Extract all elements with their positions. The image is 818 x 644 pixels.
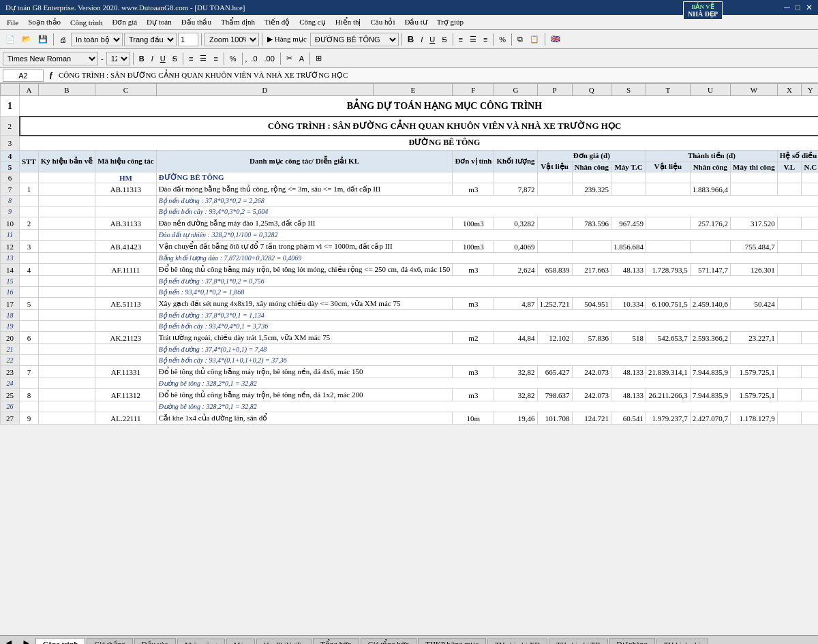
print-btn[interactable]: 🖨: [57, 32, 70, 47]
align-left-btn[interactable]: ≡: [456, 32, 466, 47]
percent-btn2[interactable]: %: [227, 51, 239, 66]
tab-tong-hop[interactable]: Tổng hợp: [313, 638, 359, 644]
col-s[interactable]: S: [611, 84, 646, 96]
font-size-select[interactable]: 12: [106, 52, 130, 65]
sub-nhan-cong-tt: Nhân công: [690, 162, 730, 172]
col-c[interactable]: C: [95, 84, 156, 96]
col-a[interactable]: A: [20, 84, 39, 96]
increase-dec-btn[interactable]: .0: [248, 51, 260, 66]
tab-th-chi-phi-tb[interactable]: TH chi phí TB: [549, 639, 607, 644]
bold-btn[interactable]: B: [136, 51, 147, 66]
underline-btn2[interactable]: U: [157, 51, 168, 66]
tab-hao-phi-vat-tu[interactable]: HaoPhiVatTu: [256, 639, 312, 644]
tab-may[interactable]: Máy: [226, 639, 255, 644]
tab-gia-tong-hop[interactable]: Giá tổng hợp: [361, 638, 416, 644]
menu-don-gia[interactable]: Đơn giá: [108, 16, 141, 28]
font-select[interactable]: Times New Roman: [3, 52, 98, 65]
tab-th-chi-phi-xd[interactable]: TH chi phí XD: [487, 639, 547, 644]
cell-don-vi: m3: [453, 366, 494, 378]
hm-vl: [537, 172, 572, 183]
cell-ma-hieu: AE.51113: [95, 298, 156, 310]
cell-danh-muc: Đào nền đường bằng máy đào 1,25m3, đất c…: [156, 217, 453, 230]
menu-file[interactable]: File: [3, 17, 22, 28]
col-b[interactable]: B: [38, 84, 95, 96]
next-sheet-btn[interactable]: ►: [18, 637, 35, 644]
col-u[interactable]: U: [690, 84, 730, 96]
col-y[interactable]: Y: [802, 84, 818, 96]
cell-may-tt: 126.301: [731, 264, 778, 276]
minimize-btn[interactable]: ─: [784, 3, 790, 13]
col-t[interactable]: T: [646, 84, 691, 96]
open-btn[interactable]: 📂: [19, 32, 34, 47]
tab-thkp-hang-muc[interactable]: THKP hạng mục: [418, 638, 486, 644]
tab-dau-vao[interactable]: Đầu vào: [134, 638, 176, 644]
col-e[interactable]: E: [374, 84, 453, 96]
menu-tro-giup[interactable]: Trợ giúp: [433, 16, 468, 28]
align-center-btn[interactable]: ☰: [467, 32, 479, 47]
tab-cong-trinh[interactable]: Công trình: [35, 638, 86, 644]
row-header-7: 7: [1, 183, 20, 196]
align-right-btn2[interactable]: ≡: [211, 51, 220, 66]
cell-nc: 124.721: [572, 412, 611, 425]
spreadsheet-area[interactable]: A B C D E F G P Q S T U W X Y Z AA 1 BẢN…: [0, 83, 818, 635]
decrease-dec-btn[interactable]: .00: [262, 51, 277, 66]
menu-cong-trinh[interactable]: Công trình: [66, 17, 106, 28]
tab-nhan-cong[interactable]: Nhân công: [177, 639, 225, 644]
cell-nc-tt: 2.593.366,2: [690, 332, 730, 344]
page-select[interactable]: Trang đầu: [124, 33, 177, 46]
menu-tien-do[interactable]: Tiến độ: [260, 16, 294, 28]
note-c: [95, 196, 156, 206]
close-btn[interactable]: ✕: [806, 3, 813, 13]
percent-btn[interactable]: %: [496, 32, 509, 47]
font-color-btn[interactable]: A: [297, 51, 307, 66]
print-range-select[interactable]: In toàn bộ: [71, 33, 123, 46]
note-content: Đường bê tông : 328,2*0,1 = 32,82: [156, 401, 818, 412]
underline-btn[interactable]: U: [427, 32, 438, 47]
col-x[interactable]: X: [777, 84, 801, 96]
col-w[interactable]: W: [731, 84, 778, 96]
tab-du-phong[interactable]: Dự phòng: [609, 638, 655, 644]
page-num-input[interactable]: [178, 33, 198, 46]
strikethrough-btn2[interactable]: S: [170, 51, 180, 66]
maximize-btn[interactable]: □: [796, 3, 800, 13]
more-btn[interactable]: ⊞: [313, 51, 324, 66]
strikethrough-btn[interactable]: S: [439, 32, 449, 47]
cut-btn[interactable]: ✂: [284, 51, 295, 66]
save-btn[interactable]: 💾: [35, 32, 50, 47]
cell-reference[interactable]: [3, 70, 44, 82]
col-p[interactable]: P: [537, 84, 572, 96]
cell-may: 48.133: [611, 264, 646, 276]
menu-hien-thi[interactable]: Hiển thị: [331, 16, 365, 28]
cell-vl-hs: [777, 183, 801, 196]
hang-muc-select[interactable]: ĐƯỜNG BÊ TÔNG: [310, 33, 399, 46]
new-btn[interactable]: 📄: [3, 32, 18, 47]
tab-th-kinh-phi[interactable]: TH kinh phí: [656, 639, 708, 644]
menu-du-toan[interactable]: Dự toán: [142, 16, 176, 28]
cell-vl-tt: [646, 183, 691, 196]
align-center-btn2[interactable]: ☰: [197, 51, 209, 66]
copy-btn[interactable]: ⧉: [515, 32, 526, 47]
bold-big-btn[interactable]: B: [405, 32, 416, 47]
tab-gia-thang[interactable]: Giá thầng: [87, 638, 132, 644]
italic-btn2[interactable]: I: [149, 51, 156, 66]
col-g[interactable]: G: [494, 84, 537, 96]
paste-btn[interactable]: 📋: [527, 32, 542, 47]
main-title: BẢNG DỰ TOÁN HẠNG MỤC CÔNG TRÌNH: [20, 96, 819, 117]
col-q[interactable]: Q: [572, 84, 611, 96]
zoom-select[interactable]: Zoom 100%: [204, 33, 259, 46]
menu-cau-hoi[interactable]: Câu hỏi: [366, 16, 399, 28]
col-d[interactable]: D: [156, 84, 374, 96]
menu-soan-thao[interactable]: Soạn thảo: [24, 16, 65, 28]
col-f[interactable]: F: [453, 84, 494, 96]
prev-sheet-btn[interactable]: ◄: [0, 637, 18, 644]
flag-uk-btn[interactable]: 🇬🇧: [548, 32, 563, 47]
align-left-btn2[interactable]: ≡: [186, 51, 196, 66]
cell-nc-tt: [690, 241, 730, 253]
menu-cong-cu[interactable]: Công cụ: [295, 16, 329, 28]
menu-dau-tu[interactable]: Đầu tư: [400, 16, 431, 28]
italic-btn[interactable]: I: [418, 32, 425, 47]
align-right-btn[interactable]: ≡: [481, 32, 490, 47]
menu-tham-dinh[interactable]: Thẩm định: [217, 16, 259, 28]
cell-may: 48.133: [611, 366, 646, 378]
menu-dau-thau[interactable]: Đấu thầu: [177, 16, 215, 28]
